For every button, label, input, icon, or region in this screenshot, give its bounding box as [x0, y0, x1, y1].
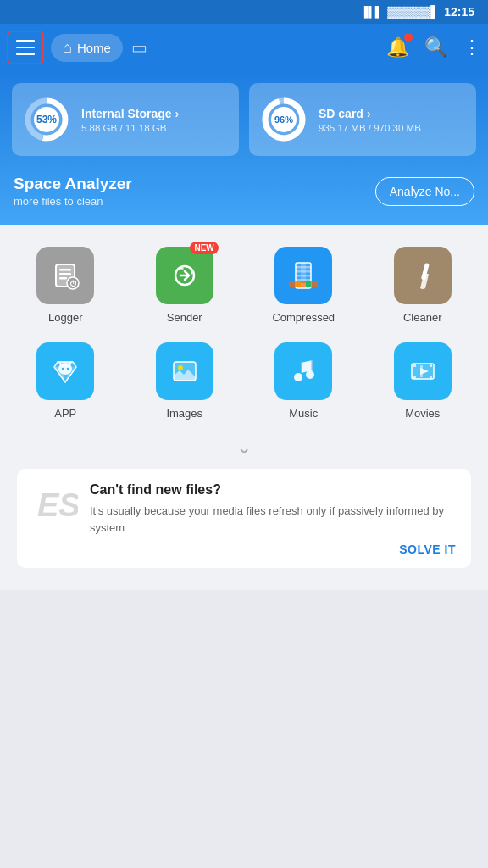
status-bar: ▐▌▌ ▓▓▓▓▓▌ 12:15 [0, 0, 488, 24]
app-item-images[interactable]: Images [128, 336, 242, 426]
analyze-button[interactable]: Analyze No... [375, 177, 474, 206]
svg-rect-39 [413, 364, 416, 367]
solve-it-button[interactable]: SOLVE IT [90, 542, 456, 556]
internal-storage-info: Internal Storage › 5.88 GB / 11.18 GB [81, 107, 229, 133]
svg-rect-12 [59, 273, 71, 275]
svg-text:53%: 53% [36, 114, 57, 125]
sd-card-donut: 96% [259, 95, 308, 144]
app-item-movies[interactable]: Movies [366, 336, 480, 426]
internal-storage-sub: 5.88 GB / 11.18 GB [81, 123, 229, 133]
expand-grid-button[interactable]: ⌄ [8, 431, 480, 469]
status-icons: ▐▌▌ ▓▓▓▓▓▌ 12:15 [361, 5, 474, 19]
app-label: APP [54, 407, 76, 420]
more-options-button[interactable]: ⋮ [463, 36, 481, 58]
internal-storage-chevron: › [175, 107, 180, 120]
svg-rect-24 [296, 281, 301, 287]
app-item-app[interactable]: APP [8, 336, 123, 426]
internal-storage-title: Internal Storage › [81, 107, 229, 120]
svg-text:96%: 96% [274, 114, 293, 125]
app-grid-row2: APP Images [8, 336, 480, 426]
sd-card-chevron: › [367, 107, 371, 120]
app-grid-section: ⏱ Logger NEW Sender [0, 225, 488, 590]
svg-rect-22 [296, 279, 311, 281]
svg-rect-21 [296, 275, 311, 277]
images-icon-wrap [156, 342, 214, 400]
svg-text:ES: ES [37, 487, 78, 523]
svg-point-28 [62, 368, 64, 370]
sender-icon-wrap: NEW [156, 247, 214, 304]
movies-label: Movies [405, 407, 440, 420]
app-item-music[interactable]: Music [247, 336, 361, 426]
info-card: ES Can't find new files? It's usually be… [17, 469, 471, 568]
internal-storage-card[interactable]: 53% Internal Storage › 5.88 GB / 11.18 G… [12, 83, 239, 156]
compressed-icon-wrap [274, 247, 332, 304]
battery-icon: ▓▓▓▓▓▌ [387, 5, 439, 19]
info-card-title: Can't find new files? [90, 482, 456, 498]
movies-icon [394, 342, 452, 400]
blue-section: 53% Internal Storage › 5.88 GB / 11.18 G… [0, 71, 488, 225]
sd-card-sub: 935.17 MB / 970.30 MB [319, 123, 466, 133]
home-button[interactable]: ⌂ Home [51, 34, 123, 62]
svg-point-35 [306, 370, 314, 379]
home-label: Home [77, 41, 111, 55]
chat-icon: ▭ [131, 37, 147, 58]
music-label: Music [289, 407, 318, 420]
chevron-down-icon: ⌄ [236, 437, 252, 459]
cleaner-icon-wrap [394, 247, 452, 304]
svg-rect-37 [312, 360, 313, 370]
svg-rect-25 [306, 281, 311, 287]
svg-point-34 [294, 373, 302, 381]
sd-card-card[interactable]: 96% SD card › 935.17 MB / 970.30 MB [249, 83, 476, 156]
sd-card-info: SD card › 935.17 MB / 970.30 MB [319, 107, 466, 133]
svg-rect-13 [59, 277, 67, 280]
images-icon [156, 342, 214, 400]
space-analyzer-title: Space Analyzer [14, 175, 132, 193]
svg-rect-19 [296, 266, 311, 269]
app-icon-wrap [36, 342, 94, 400]
compressed-label: Compressed [272, 311, 335, 324]
svg-rect-23 [289, 281, 318, 287]
storage-cards: 53% Internal Storage › 5.88 GB / 11.18 G… [12, 83, 476, 156]
app-item-cleaner[interactable]: Cleaner [366, 240, 480, 331]
space-analyzer-row: Space Analyzer more files to clean Analy… [12, 171, 476, 208]
info-card-body: It's usually because your media files re… [90, 503, 456, 536]
svg-rect-42 [430, 376, 432, 379]
toolbar-right: 🔔 🔍 ⋮ [386, 36, 481, 58]
music-icon [274, 342, 332, 400]
compressed-icon [274, 247, 332, 304]
logger-icon-wrap: ⏱ [36, 247, 94, 304]
menu-button[interactable] [7, 31, 44, 64]
search-button[interactable]: 🔍 [424, 36, 447, 58]
logger-label: Logger [48, 311, 82, 324]
music-icon-wrap [274, 342, 332, 400]
notification-badge [404, 33, 413, 42]
app-item-logger[interactable]: ⏱ Logger [8, 240, 123, 331]
cleaner-label: Cleaner [403, 311, 442, 324]
cleaner-icon [394, 247, 452, 304]
status-time: 12:15 [444, 5, 474, 19]
info-card-logo: ES [32, 482, 78, 528]
info-card-content: Can't find new files? It's usually becau… [90, 482, 456, 556]
home-icon: ⌂ [63, 39, 72, 57]
svg-rect-11 [59, 269, 71, 271]
logger-icon: ⏱ [36, 247, 94, 304]
sender-new-badge: NEW [190, 242, 218, 254]
svg-rect-41 [413, 376, 416, 379]
movies-icon-wrap [394, 342, 452, 400]
app-grid-row1: ⏱ Logger NEW Sender [8, 240, 480, 331]
app-item-sender[interactable]: NEW Sender [128, 240, 242, 331]
svg-point-33 [178, 365, 183, 370]
toolbar: ⌂ Home ▭ 🔔 🔍 ⋮ [0, 24, 488, 71]
sd-card-title: SD card › [319, 107, 466, 120]
images-label: Images [166, 407, 202, 420]
svg-point-29 [67, 368, 69, 370]
app-icon-el [36, 342, 94, 400]
bell-button[interactable]: 🔔 [386, 36, 409, 58]
svg-rect-40 [430, 364, 432, 367]
app-item-compressed[interactable]: Compressed [247, 240, 361, 331]
svg-rect-20 [296, 270, 311, 273]
space-analyzer-sub: more files to clean [14, 195, 132, 208]
sender-label: Sender [167, 311, 202, 324]
sender-icon [156, 247, 214, 304]
internal-storage-donut: 53% [22, 95, 71, 144]
